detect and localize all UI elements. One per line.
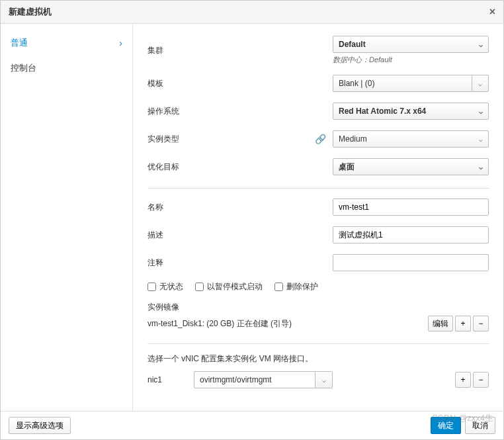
divider [147, 188, 489, 189]
minus-icon: − [478, 375, 483, 384]
desc-input[interactable] [339, 230, 483, 240]
nic-section: 选择一个 vNIC 配置集来实例化 VM 网络接口。 nic1 ovirtmgm… [147, 353, 489, 388]
nic-label: nic1 [147, 375, 187, 384]
dialog-footer: 显示高级选项 确定 取消 [1, 411, 503, 439]
chevron-down-icon: ⌵ [479, 41, 483, 48]
divider [147, 343, 489, 344]
close-icon[interactable]: × [489, 6, 495, 18]
os-label: 操作系统 [147, 106, 333, 117]
stateless-checkbox[interactable] [147, 283, 156, 291]
desc-input-wrap [333, 226, 489, 243]
dialog-header: 新建虚拟机 × [1, 1, 503, 24]
nic-remove-button[interactable]: − [473, 372, 489, 388]
form-content: 集群 Default ⌵ 数据中心：Default 模板 Blank | (0) [133, 24, 503, 411]
chevron-down-icon: ⌵ [479, 163, 483, 171]
disk-heading: 实例镜像 [147, 302, 489, 313]
ok-button[interactable]: 确定 [431, 417, 461, 434]
name-input-wrap [333, 198, 489, 216]
optimize-label: 优化目标 [147, 161, 333, 173]
minus-icon: − [478, 319, 483, 328]
comment-label: 注释 [147, 257, 333, 269]
chevron-right-icon: › [119, 38, 122, 48]
cluster-select[interactable]: Default ⌵ [333, 36, 489, 53]
sidebar-item-label: 普通 [11, 37, 28, 49]
sidebar: 普通 › 控制台 [1, 24, 133, 411]
instance-type-select[interactable]: Medium ⌵ [333, 130, 489, 148]
pause-start-checkbox[interactable] [195, 283, 204, 291]
new-vm-dialog: 新建虚拟机 × 普通 › 控制台 集群 Default ⌵ 数据中心：Defau [0, 0, 504, 440]
os-select[interactable]: Red Hat Atomic 7.x x64 ⌵ [333, 103, 489, 120]
template-select[interactable]: Blank | (0) [333, 75, 472, 92]
pause-start-checkbox-item[interactable]: 以暂停模式启动 [195, 281, 263, 292]
advanced-options-button[interactable]: 显示高级选项 [9, 417, 71, 434]
disk-info: vm-test1_Disk1: (20 GB) 正在创建 (引导) [147, 318, 292, 330]
comment-input-wrap [333, 254, 489, 271]
template-dropdown-button[interactable]: ⌵ [472, 75, 489, 92]
nic-add-button[interactable]: + [455, 372, 471, 388]
name-input[interactable] [339, 202, 483, 212]
nic-description: 选择一个 vNIC 配置集来实例化 VM 网络接口。 [147, 353, 489, 365]
nic-select[interactable]: ovirtmgmt/ovirtmgmt [194, 371, 315, 388]
sidebar-item-general[interactable]: 普通 › [1, 30, 132, 56]
delete-protect-checkbox[interactable] [274, 283, 283, 291]
stateless-checkbox-item[interactable]: 无状态 [147, 281, 183, 292]
cluster-label: 集群 [147, 45, 333, 56]
checkbox-row: 无状态 以暂停模式启动 删除保护 [147, 281, 489, 292]
plus-icon: + [460, 319, 465, 328]
disk-remove-button[interactable]: − [473, 316, 489, 331]
chevron-down-icon: ⌵ [322, 376, 326, 384]
chevron-down-icon: ⌵ [478, 80, 482, 87]
nic-dropdown-button[interactable]: ⌵ [315, 371, 333, 388]
sidebar-item-console[interactable]: 控制台 [1, 56, 132, 81]
dialog-title: 新建虚拟机 [9, 6, 52, 18]
name-label: 名称 [147, 202, 333, 213]
delete-protect-checkbox-item[interactable]: 删除保护 [274, 281, 318, 292]
chevron-down-icon: ⌵ [479, 136, 483, 143]
sidebar-item-label: 控制台 [11, 62, 36, 74]
disk-section: 实例镜像 vm-test1_Disk1: (20 GB) 正在创建 (引导) 编… [147, 302, 489, 331]
disk-edit-button[interactable]: 编辑 [428, 316, 453, 331]
chevron-down-icon: ⌵ [479, 108, 483, 115]
link-icon: 🔗 [315, 134, 326, 144]
datacenter-info: 数据中心：Default [333, 55, 489, 65]
plus-icon: + [460, 375, 465, 384]
template-label: 模板 [147, 78, 333, 89]
optimize-select[interactable]: 桌面 ⌵ [333, 158, 489, 175]
instance-type-label: 实例类型 🔗 [147, 134, 333, 145]
disk-add-button[interactable]: + [455, 316, 471, 331]
desc-label: 描述 [147, 230, 333, 241]
comment-input[interactable] [339, 258, 483, 267]
cancel-button[interactable]: 取消 [465, 417, 495, 434]
